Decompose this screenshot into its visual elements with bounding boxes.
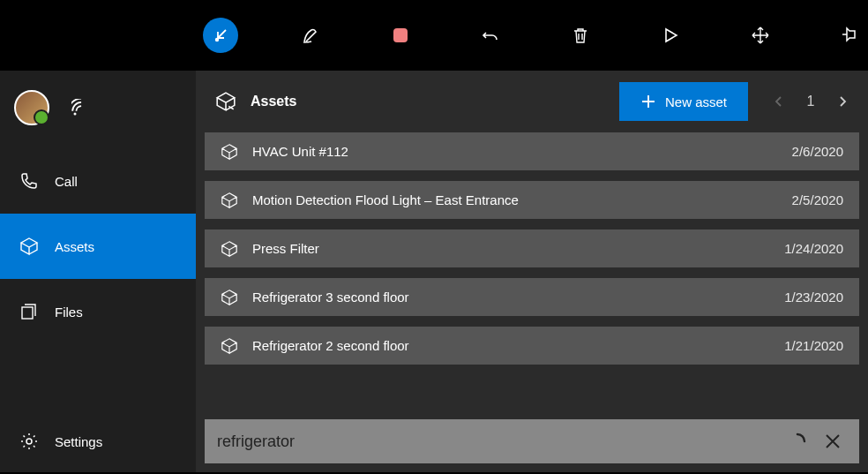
stop-square-icon (391, 26, 410, 45)
run-button[interactable] (653, 18, 688, 53)
delete-button[interactable] (563, 18, 598, 53)
sidebar-item-call[interactable]: Call (0, 148, 196, 214)
sidebar-item-label: Files (55, 305, 83, 320)
search-clear-button[interactable] (815, 424, 850, 459)
new-asset-button[interactable]: New asset (619, 82, 748, 121)
svg-point-2 (74, 113, 77, 116)
pager-next[interactable] (829, 88, 856, 115)
profile-row (0, 79, 196, 148)
asset-row[interactable]: HVAC Unit #112 2/6/2020 (205, 132, 859, 170)
asset-date: 1/24/2020 (784, 241, 843, 256)
spinner-icon (788, 432, 807, 451)
box-icon (221, 143, 238, 161)
plus-icon (640, 94, 656, 109)
pager-page: 1 (797, 88, 824, 115)
pin-button[interactable] (833, 18, 868, 53)
ink-pen-icon (301, 26, 320, 45)
box-icon (221, 192, 238, 209)
box-icon (221, 289, 238, 306)
box-icon (215, 91, 236, 112)
gear-icon (19, 432, 39, 451)
avatar[interactable] (14, 90, 49, 125)
trash-icon (572, 26, 589, 44)
sidebar-item-label: Assets (55, 239, 94, 254)
asset-name: HVAC Unit #112 (252, 144, 792, 159)
box-icon (19, 237, 39, 256)
svg-point-4 (26, 439, 32, 444)
svg-point-0 (215, 38, 219, 41)
search-input[interactable] (217, 433, 780, 451)
asset-name: Refrigerator 3 second floor (252, 290, 784, 305)
page-title: Assets (251, 94, 605, 109)
search-loading-button[interactable] (780, 424, 815, 459)
ink-tool-button[interactable] (293, 18, 328, 53)
asset-name: Refrigerator 2 second floor (252, 338, 784, 353)
chevron-left-icon (773, 95, 785, 108)
files-icon (19, 302, 39, 321)
main-panel: Assets New asset 1 HVAC Unit #11 (196, 71, 868, 472)
close-icon (824, 433, 842, 450)
phone-icon (19, 171, 39, 191)
pager: 1 (766, 88, 856, 115)
pin-icon (841, 26, 860, 45)
svg-rect-1 (393, 28, 408, 42)
move-arrows-icon (751, 26, 770, 45)
arrow-in-icon (212, 26, 229, 44)
play-outline-icon (662, 26, 679, 44)
chevron-right-icon (836, 95, 849, 108)
sidebar: Call Assets Files Settings (0, 71, 196, 472)
asset-date: 1/21/2020 (784, 338, 843, 353)
asset-row[interactable]: Press Filter 1/24/2020 (205, 229, 859, 267)
undo-button[interactable] (473, 18, 508, 53)
asset-name: Motion Detection Flood Light – East Entr… (252, 192, 792, 207)
new-asset-label: New asset (665, 94, 727, 109)
undo-icon (481, 26, 500, 45)
move-button[interactable] (743, 18, 778, 53)
main-header: Assets New asset 1 (196, 71, 868, 132)
svg-rect-3 (22, 307, 33, 319)
search-bar (205, 419, 859, 463)
asset-name: Press Filter (252, 241, 784, 256)
sidebar-item-label: Call (55, 174, 78, 189)
wifi-icon (71, 99, 93, 117)
arrow-tool-button[interactable] (203, 18, 238, 53)
asset-row[interactable]: Motion Detection Flood Light – East Entr… (205, 181, 859, 219)
stop-recording-button[interactable] (383, 18, 418, 53)
sidebar-item-label: Settings (55, 434, 102, 449)
asset-date: 2/6/2020 (792, 144, 843, 159)
sidebar-item-assets[interactable]: Assets (0, 214, 196, 279)
asset-date: 2/5/2020 (792, 192, 843, 207)
sidebar-item-settings[interactable]: Settings (0, 410, 196, 472)
asset-row[interactable]: Refrigerator 3 second floor 1/23/2020 (205, 278, 859, 316)
sidebar-item-files[interactable]: Files (0, 279, 196, 344)
asset-date: 1/23/2020 (784, 290, 843, 305)
top-toolbar (0, 0, 868, 71)
box-icon (221, 240, 238, 258)
box-icon (221, 337, 238, 355)
asset-row[interactable]: Refrigerator 2 second floor 1/21/2020 (205, 327, 859, 365)
pager-prev[interactable] (766, 88, 792, 115)
asset-list: HVAC Unit #112 2/6/2020 Motion Detection… (196, 132, 868, 365)
